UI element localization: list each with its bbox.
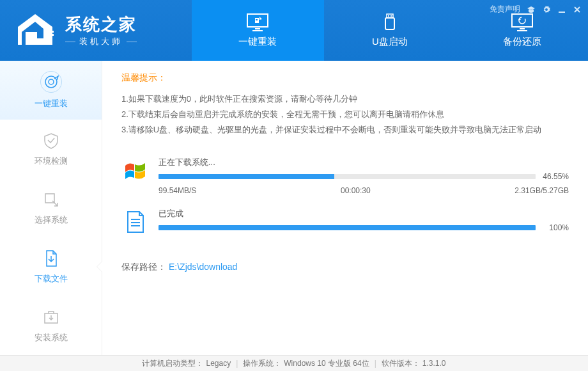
step-label: 选择系统 (35, 214, 68, 226)
sidebar-item-env-check[interactable]: 环境检测 (0, 120, 102, 178)
brand-title: 系统之家 (65, 13, 137, 36)
brand-subtitle: 装机大师 (65, 36, 137, 47)
header: 系统之家 装机大师 一键重装 U盘启动 备份还原 免责声明 (0, 0, 588, 61)
tips-line: 2.下载结束后会自动重启并完成系统的安装，全程无需干预，您可以离开电脑请稍作休息 (121, 107, 569, 122)
tips-title: 温馨提示： (121, 72, 569, 84)
version-value: 1.3.1.0 (422, 359, 446, 368)
boot-type-label: 计算机启动类型： (142, 358, 203, 369)
sidebar: 一键重装 环境检测 选择系统 下载文件 安装系统 (0, 61, 102, 355)
windows-logo-icon (121, 157, 150, 185)
sidebar-item-download[interactable]: 下载文件 (0, 237, 102, 296)
select-icon (42, 190, 61, 209)
complete-percent: 100% (541, 223, 569, 232)
svg-rect-1 (52, 31, 54, 33)
logo-area: 系统之家 装机大师 (0, 0, 192, 61)
main-content: 温馨提示： 1.如果下载速度为0，此时软件正在搜索资源，请耐心等待几分钟 2.下… (102, 61, 588, 355)
sidebar-item-install[interactable]: 安装系统 (0, 296, 102, 355)
minimize-icon[interactable] (557, 5, 566, 14)
tab-label: 一键重装 (238, 36, 277, 48)
boot-type-value: Legacy (206, 359, 231, 368)
status-bar: 计算机启动类型： Legacy | 操作系统： Windows 10 专业版 6… (0, 355, 588, 371)
sidebar-item-select-system[interactable]: 选择系统 (0, 178, 102, 237)
backup-icon (511, 13, 534, 32)
download-eta: 00:00:30 (341, 186, 371, 195)
svg-rect-5 (255, 28, 260, 29)
settings-icon[interactable] (542, 5, 551, 14)
svg-rect-6 (252, 30, 263, 31)
svg-rect-3 (52, 34, 54, 36)
svg-rect-15 (559, 12, 565, 13)
svg-point-17 (49, 79, 54, 84)
tab-label: 备份还原 (503, 36, 541, 48)
monitor-icon (246, 13, 269, 32)
version-label: 软件版本： (382, 358, 420, 369)
complete-label: 已完成 (159, 208, 569, 219)
svg-rect-9 (391, 15, 392, 17)
target-icon (42, 72, 61, 91)
svg-rect-10 (385, 18, 394, 29)
download-percent: 46.55% (541, 172, 569, 181)
download-label: 正在下载系统... (159, 157, 569, 168)
svg-rect-2 (49, 34, 50, 36)
save-path-label: 保存路径： (121, 262, 166, 272)
svg-rect-8 (388, 15, 389, 17)
step-label: 安装系统 (35, 332, 68, 343)
svg-rect-0 (49, 31, 50, 33)
house-logo-icon (13, 13, 58, 48)
sidebar-item-reinstall[interactable]: 一键重装 (0, 61, 102, 120)
download-file-icon (42, 249, 61, 268)
os-value: Windows 10 专业版 64位 (284, 358, 369, 369)
step-label: 环境检测 (35, 155, 68, 167)
disclaimer-link[interactable]: 免责声明 (490, 4, 520, 15)
usb-icon (378, 13, 401, 32)
download-progress-bar (159, 174, 536, 179)
svg-rect-12 (520, 28, 525, 29)
svg-rect-13 (517, 30, 527, 31)
complete-progress-bar (159, 225, 536, 230)
shield-icon (42, 131, 61, 150)
svg-point-14 (519, 17, 525, 24)
step-label: 下载文件 (35, 273, 68, 285)
tab-label: U盘启动 (372, 36, 408, 48)
save-path: 保存路径：E:\Zjds\download (121, 262, 569, 273)
document-icon (121, 208, 150, 236)
install-icon (42, 308, 61, 327)
save-path-value[interactable]: E:\Zjds\download (169, 262, 237, 272)
download-progress-row: 正在下载系统... 46.55% 99.54MB/S 00:00:30 2.31… (121, 157, 569, 195)
svg-rect-11 (512, 14, 532, 27)
download-size: 2.31GB/5.27GB (514, 186, 569, 195)
graduation-icon[interactable] (527, 5, 536, 14)
close-icon[interactable] (573, 5, 582, 14)
step-label: 一键重装 (35, 98, 68, 109)
tips-line: 3.请移除U盘、移动硬盘、光驱里的光盘，并保证安装过程中不会断电，否则重装可能失… (121, 122, 569, 138)
tab-reinstall[interactable]: 一键重装 (192, 0, 324, 61)
os-label: 操作系统： (243, 358, 281, 369)
download-speed: 99.54MB/S (159, 186, 196, 195)
tab-usb-boot[interactable]: U盘启动 (324, 0, 456, 61)
tips-line: 1.如果下载速度为0，此时软件正在搜索资源，请耐心等待几分钟 (121, 91, 569, 107)
complete-progress-row: 已完成 100% (121, 208, 569, 236)
titlebar-controls: 免责声明 (490, 4, 582, 15)
